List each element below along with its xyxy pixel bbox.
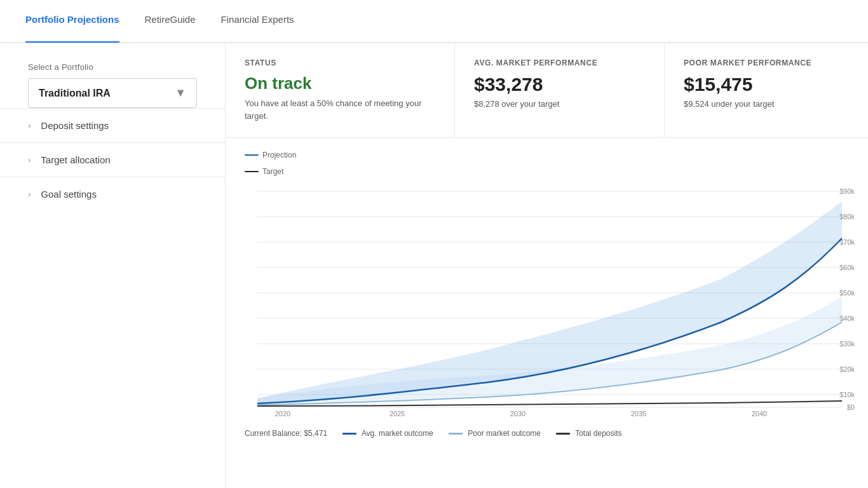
current-balance: Current Balance: $5,471 [245, 429, 327, 438]
status-description: You have at least a 50% chance of meetin… [245, 97, 435, 122]
poor-outcome-label: Poor market outcome [468, 429, 541, 438]
content-area: Status On track You have at least a 50% … [226, 43, 868, 488]
projection-chart: $90k $80k $70k $60k $50k $40k $30k $20k … [245, 182, 867, 417]
projection-line-icon [245, 154, 259, 156]
chevron-right-icon: › [28, 121, 31, 130]
status-card-label: Status [245, 58, 435, 67]
svg-text:2030: 2030 [510, 410, 526, 417]
svg-text:2040: 2040 [752, 410, 767, 417]
avg-outcome-label: Avg. market outcome [362, 429, 433, 438]
avg-outcome-dot [342, 433, 356, 435]
nav-retireguide[interactable]: RetireGuide [145, 0, 196, 43]
total-deposits-legend: Total deposits [556, 429, 622, 438]
poor-market-card: Poor Market Performance $15,475 $9,524 u… [665, 43, 868, 137]
poor-market-amount: $15,475 [684, 74, 849, 95]
chevron-down-icon: ▼ [175, 86, 186, 100]
deposit-settings-label: Deposit settings [41, 120, 109, 131]
target-allocation-label: Target allocation [41, 154, 110, 165]
svg-text:$0: $0 [847, 403, 855, 411]
svg-text:2025: 2025 [390, 410, 405, 417]
target-line-icon [245, 171, 259, 172]
goal-settings-section[interactable]: › Goal settings [0, 177, 225, 211]
top-navigation: Portfolio Projections RetireGuide Financ… [0, 0, 868, 43]
cards-row: Status On track You have at least a 50% … [226, 43, 868, 138]
chevron-right-icon: › [28, 189, 31, 199]
poor-market-label: Poor Market Performance [684, 58, 849, 67]
projection-label: Projection [262, 151, 296, 159]
nav-portfolio-projections[interactable]: Portfolio Projections [25, 0, 119, 43]
on-track-status: On track [245, 74, 435, 93]
bottom-legend: Current Balance: $5,471 Avg. market outc… [226, 424, 868, 443]
nav-financial-experts[interactable]: Financial Experts [221, 0, 294, 43]
projection-legend: Projection [245, 151, 849, 159]
goal-settings-label: Goal settings [41, 189, 97, 200]
portfolio-value: Traditional IRA [39, 88, 111, 99]
avg-market-amount: $33,278 [474, 74, 645, 95]
chevron-right-icon: › [28, 155, 31, 165]
poor-outcome-legend: Poor market outcome [449, 429, 541, 438]
avg-market-sub: $8,278 over your target [474, 99, 645, 109]
deposits-label: Total deposits [575, 429, 621, 438]
chart-area: Projection Target $90k $80k $70k $60k $5… [226, 138, 868, 424]
main-layout: Select a Portfolio Traditional IRA ▼ › D… [0, 43, 868, 488]
portfolio-dropdown[interactable]: Traditional IRA ▼ [28, 78, 197, 108]
avg-market-label: Avg. Market Performance [474, 58, 645, 67]
avg-outcome-legend: Avg. market outcome [342, 429, 433, 438]
svg-text:2020: 2020 [275, 410, 290, 417]
sidebar: Select a Portfolio Traditional IRA ▼ › D… [0, 43, 226, 488]
deposit-settings-section[interactable]: › Deposit settings [0, 108, 225, 142]
avg-market-card: Avg. Market Performance $33,278 $8,278 o… [455, 43, 665, 137]
svg-text:2035: 2035 [631, 410, 646, 417]
deposits-dot [556, 433, 570, 435]
select-portfolio-label: Select a Portfolio [0, 62, 225, 72]
target-legend: Target [245, 167, 849, 176]
status-card: Status On track You have at least a 50% … [226, 43, 455, 137]
target-label: Target [262, 167, 283, 176]
poor-outcome-dot [449, 433, 463, 435]
poor-market-sub: $9,524 under your target [684, 99, 849, 109]
target-allocation-section[interactable]: › Target allocation [0, 142, 225, 177]
